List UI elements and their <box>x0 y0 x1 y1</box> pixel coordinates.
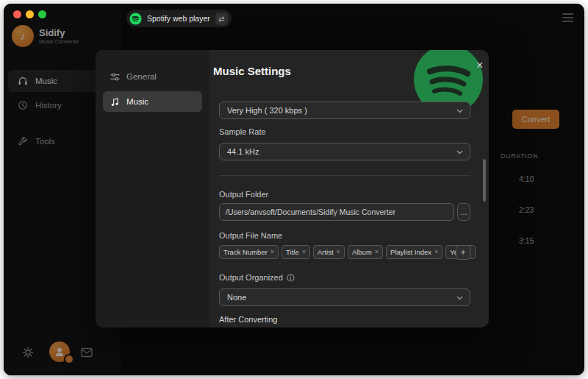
sample-rate-value: 44.1 kHz <box>227 147 259 156</box>
source-selector-pill[interactable]: Spotify web player ⇄ <box>126 10 232 27</box>
tag-label: Playlist Index <box>390 248 431 256</box>
output-organized-value: None <box>227 293 246 302</box>
minimize-button[interactable] <box>26 10 34 18</box>
file-name-tag-list: Track Number × Title × Artist × Album × … <box>219 245 453 259</box>
bitrate-value: Very High ( 320 kbps ) <box>227 106 307 115</box>
zoom-button[interactable] <box>38 10 46 18</box>
remove-tag-icon[interactable]: × <box>434 249 438 255</box>
chevron-down-icon <box>456 296 463 300</box>
sample-rate-select[interactable]: 44.1 kHz <box>219 143 470 160</box>
chevron-down-icon <box>456 150 463 155</box>
remove-tag-icon[interactable]: × <box>375 249 379 255</box>
app-window: ♪ Sidify Music Converter Music History <box>4 4 584 375</box>
remove-tag-icon[interactable]: × <box>302 249 306 255</box>
settings-tab-label: General <box>126 72 157 81</box>
modal-title: Music Settings <box>213 65 291 77</box>
remove-tag-icon[interactable]: × <box>337 249 340 255</box>
output-organized-label-text: Output Organized <box>219 273 283 282</box>
file-name-tag[interactable]: Album × <box>348 245 383 259</box>
after-converting-label: After Converting <box>219 315 277 324</box>
browse-folder-button[interactable]: … <box>457 203 470 221</box>
output-folder-label: Output Folder <box>219 190 268 199</box>
section-divider <box>219 175 470 176</box>
settings-tab-general[interactable]: General <box>103 66 202 87</box>
settings-nav: General Music <box>96 50 209 327</box>
file-name-tag[interactable]: Title × <box>282 245 310 259</box>
settings-tab-music[interactable]: Music <box>103 91 202 112</box>
tag-label: Track Number <box>223 248 268 256</box>
sample-rate-label: Sample Rate <box>219 127 266 136</box>
info-icon[interactable] <box>287 274 295 282</box>
file-name-tag[interactable]: Playlist Index × <box>386 245 442 259</box>
source-label: Spotify web player <box>147 14 210 23</box>
tag-label: Artist <box>318 248 334 256</box>
modal-close-icon[interactable]: × <box>475 58 484 73</box>
file-name-tag[interactable]: Track Number × <box>219 245 279 259</box>
modal-scrollbar-thumb[interactable] <box>483 159 486 202</box>
file-name-tag[interactable]: Artist × <box>313 245 345 259</box>
sliders-icon <box>110 72 120 82</box>
output-folder-input[interactable] <box>219 203 454 221</box>
output-file-name-label: Output File Name <box>219 231 282 240</box>
settings-tab-label: Music <box>126 97 148 106</box>
chevron-down-icon <box>456 109 463 113</box>
output-organized-label: Output Organized <box>219 273 295 282</box>
spotify-icon <box>129 13 142 25</box>
output-organized-select[interactable]: None <box>219 288 470 306</box>
bitrate-select[interactable]: Very High ( 320 kbps ) <box>219 102 470 119</box>
remove-tag-icon[interactable]: × <box>270 249 274 255</box>
tag-label: Album <box>352 248 372 256</box>
switch-source-icon[interactable]: ⇄ <box>215 13 228 25</box>
music-note-icon <box>110 97 120 107</box>
close-button[interactable] <box>13 10 21 18</box>
add-tag-button[interactable]: + <box>456 245 470 260</box>
settings-modal: General Music Music Settings × Very High… <box>96 50 489 327</box>
tag-label: Title <box>286 248 299 256</box>
